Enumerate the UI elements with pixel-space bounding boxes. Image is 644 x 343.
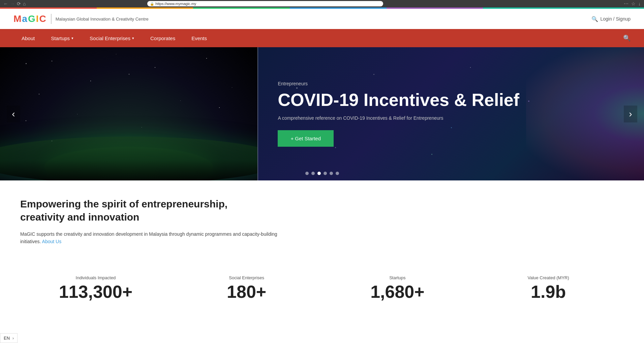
url-text: https://www.mymagic.my bbox=[155, 2, 196, 6]
nav-item-events[interactable]: Events bbox=[183, 29, 215, 47]
logo-subtitle: Malaysian Global Innovation & Creativity… bbox=[56, 17, 149, 22]
logo-m: M bbox=[13, 13, 22, 24]
bookmark-icon[interactable]: ☆ bbox=[631, 1, 636, 6]
logo-area: MaGIC Malaysian Global Innovation & Crea… bbox=[13, 13, 149, 24]
stat-value-value: 1.9b bbox=[473, 283, 624, 301]
hero-title: COVID-19 Incentives & Relief bbox=[278, 90, 624, 110]
slider-prev-button[interactable]: ‹ bbox=[7, 106, 20, 122]
hero-right-panel: Entrepreneurs COVID-19 Incentives & Reli… bbox=[257, 47, 644, 180]
login-label: Login / Signup bbox=[600, 16, 631, 22]
nav-item-about[interactable]: About bbox=[13, 29, 43, 47]
slider-dot-4[interactable] bbox=[324, 172, 327, 175]
slider-next-button[interactable]: › bbox=[624, 106, 637, 122]
earth-surface bbox=[0, 137, 257, 180]
nav-item-social-enterprises[interactable]: Social Enterprises ▾ bbox=[82, 29, 142, 47]
slider-dot-2[interactable] bbox=[311, 172, 315, 175]
logo-g: G bbox=[28, 13, 36, 24]
startups-chevron-icon: ▾ bbox=[71, 36, 73, 40]
browser-toolbar-right: ⋯ ☆ ↓ bbox=[624, 1, 641, 6]
slider-dot-1[interactable] bbox=[305, 172, 309, 175]
forward-icon[interactable]: → bbox=[10, 1, 15, 6]
hero-background bbox=[0, 47, 257, 180]
slider-dots bbox=[305, 172, 339, 175]
logo-divider bbox=[51, 14, 52, 24]
slider-dot-3[interactable] bbox=[317, 172, 321, 175]
stat-value-created: Value Created (MYR) 1.9b bbox=[473, 268, 624, 307]
hero-divider bbox=[257, 47, 258, 180]
logo-i: I bbox=[36, 13, 39, 24]
login-area[interactable]: 🔍 Login / Signup bbox=[591, 16, 631, 22]
site-header: MaGIC Malaysian Global Innovation & Crea… bbox=[0, 9, 644, 29]
nav-search-icon[interactable]: 🔍 bbox=[623, 34, 631, 42]
nav-links: About Startups ▾ Social Enterprises ▾ Co… bbox=[13, 29, 215, 47]
reload-icon[interactable]: ⟳ bbox=[17, 1, 21, 6]
hero-slider: Entrepreneurs COVID-19 Incentives & Reli… bbox=[0, 47, 644, 180]
logo[interactable]: MaGIC bbox=[13, 13, 47, 24]
search-icon: 🔍 bbox=[591, 16, 598, 22]
back-icon[interactable]: ← bbox=[3, 1, 8, 6]
logo-c: C bbox=[39, 13, 47, 24]
hero-category: Entrepreneurs bbox=[278, 81, 624, 86]
stats-bar: Individuals Impacted 113,300+ Social Ent… bbox=[0, 262, 644, 307]
hero-left-panel bbox=[0, 47, 257, 180]
nav-item-corporates[interactable]: Corporates bbox=[142, 29, 183, 47]
browser-nav-controls: ← → ⟳ ⌂ bbox=[3, 1, 26, 6]
logo-a: a bbox=[22, 13, 28, 24]
stat-startups: Startups 1,680+ bbox=[322, 268, 473, 307]
slider-dot-5[interactable] bbox=[330, 172, 333, 175]
stat-label-individuals: Individuals Impacted bbox=[20, 275, 171, 280]
stat-label-value: Value Created (MYR) bbox=[473, 275, 624, 280]
stat-value-social: 180+ bbox=[171, 283, 322, 301]
hero-description: A comprehensive reference on COVID-19 In… bbox=[278, 115, 624, 121]
download-icon[interactable]: ↓ bbox=[638, 1, 641, 6]
browser-menu-icon[interactable]: ⋯ bbox=[624, 1, 628, 6]
browser-chrome: ← → ⟳ ⌂ 🔒 https://www.mymagic.my ⋯ ☆ ↓ bbox=[0, 0, 644, 7]
particles-decoration bbox=[257, 47, 644, 180]
slider-dot-6[interactable] bbox=[336, 172, 339, 175]
social-enterprises-chevron-icon: ▾ bbox=[132, 36, 134, 40]
home-icon[interactable]: ⌂ bbox=[23, 1, 26, 6]
nav-item-startups[interactable]: Startups ▾ bbox=[43, 29, 82, 47]
main-content: Empowering the spirit of entrepreneurshi… bbox=[0, 180, 644, 262]
main-heading: Empowering the spirit of entrepreneurshi… bbox=[20, 197, 256, 224]
hero-cta-button[interactable]: + Get Started bbox=[278, 130, 334, 147]
stat-value-startups: 1,680+ bbox=[322, 283, 473, 301]
stat-label-startups: Startups bbox=[322, 275, 473, 280]
stat-label-social: Social Enterprises bbox=[171, 275, 322, 280]
stat-value-individuals: 113,300+ bbox=[20, 283, 171, 301]
stat-individuals-impacted: Individuals Impacted 113,300+ bbox=[20, 268, 171, 307]
nav-bar: About Startups ▾ Social Enterprises ▾ Co… bbox=[0, 29, 644, 47]
stat-social-enterprises: Social Enterprises 180+ bbox=[171, 268, 322, 307]
main-description: MaGIC supports the creativity and innova… bbox=[20, 230, 283, 246]
address-bar[interactable]: 🔒 https://www.mymagic.my bbox=[147, 1, 383, 6]
about-us-link[interactable]: About Us bbox=[42, 239, 62, 244]
